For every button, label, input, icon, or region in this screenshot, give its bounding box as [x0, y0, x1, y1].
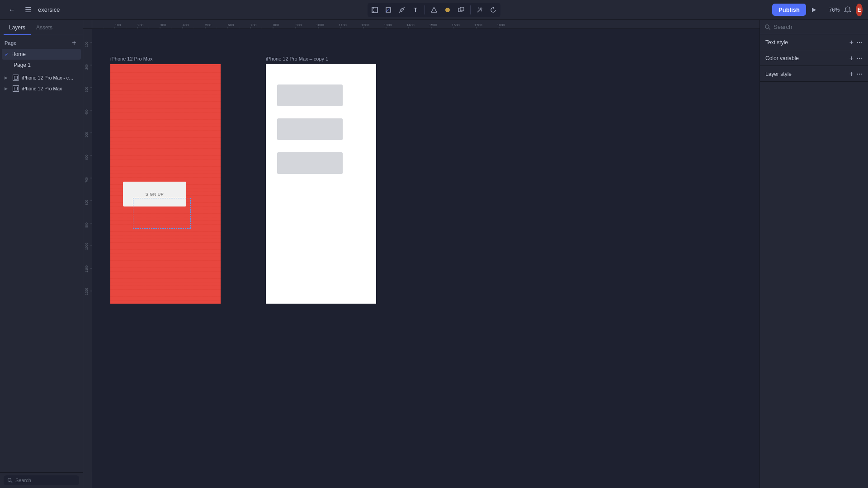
magic-tool-button[interactable]: [473, 4, 486, 16]
frames-container: iPhone 12 Pro Max SIGN UP iPhone 12 Pro …: [110, 47, 760, 304]
fill-icon: [431, 7, 437, 13]
svg-text:500: 500: [205, 23, 212, 27]
circle-icon: [444, 7, 451, 13]
tab-layers[interactable]: Layers: [4, 20, 31, 35]
hamburger-icon: ☰: [25, 5, 31, 14]
svg-rect-3: [373, 11, 374, 13]
toolbar-group: T: [368, 3, 500, 17]
search-input-right[interactable]: [774, 23, 863, 30]
text-style-more-icon[interactable]: [856, 39, 863, 46]
svg-point-94: [857, 58, 858, 59]
svg-text:1800: 1800: [497, 23, 505, 27]
toolbar-separator-2: [470, 5, 471, 14]
color-variable-more-icon[interactable]: [856, 55, 863, 61]
ruler-horizontal: 100 200 300 400 500 600 700 800 900 1000…: [92, 20, 760, 29]
layer-iphone-label: iPhone 12 Pro Max: [22, 86, 62, 91]
signup-text: SIGN UP: [146, 192, 164, 197]
svg-rect-19: [92, 20, 760, 29]
svg-text:1600: 1600: [452, 23, 460, 27]
back-icon: ←: [9, 6, 15, 14]
topbar-left: ← ☰ exersice: [5, 4, 96, 16]
svg-text:1100: 1100: [339, 23, 347, 27]
svg-text:1000: 1000: [316, 23, 324, 27]
svg-rect-11: [460, 7, 464, 11]
svg-text:500: 500: [85, 132, 88, 137]
frame-tool-button[interactable]: [368, 4, 381, 16]
right-section-layer-style[interactable]: Layer style +: [760, 66, 868, 82]
svg-text:600: 600: [85, 155, 88, 160]
page-item-page1[interactable]: Page 1: [2, 60, 81, 70]
layer-style-more-icon[interactable]: [856, 71, 863, 77]
svg-text:300: 300: [85, 87, 88, 92]
page-item-home[interactable]: ✓ Home: [2, 49, 81, 60]
layer-frame-icon: [13, 75, 19, 81]
file-name: exersice: [38, 6, 60, 13]
frame-label-red: iPhone 12 Pro Max: [110, 56, 221, 61]
right-section-color-variable[interactable]: Color variable +: [760, 50, 868, 66]
svg-point-9: [445, 8, 450, 12]
svg-text:400: 400: [85, 109, 88, 115]
pen-tool-button[interactable]: [396, 4, 408, 16]
frame-red[interactable]: SIGN UP: [110, 64, 221, 304]
svg-text:900: 900: [296, 23, 302, 27]
fill-tool-button[interactable]: [428, 4, 440, 16]
group-icon: [458, 7, 464, 13]
group-tool-button[interactable]: [455, 4, 467, 16]
color-variable-add-icon[interactable]: +: [849, 55, 854, 62]
search-input-left[interactable]: Search: [4, 475, 79, 485]
svg-text:1000: 1000: [85, 243, 88, 250]
svg-text:100: 100: [115, 23, 121, 27]
text-icon: T: [414, 6, 417, 13]
refresh-tool-button[interactable]: [487, 4, 500, 16]
canvas-inner: iPhone 12 Pro Max SIGN UP iPhone 12 Pro …: [92, 29, 760, 488]
topbar-center: T: [99, 3, 769, 17]
zoom-level: 76%: [821, 7, 840, 13]
svg-marker-8: [431, 7, 437, 12]
svg-text:600: 600: [228, 23, 234, 27]
layer-item-iphone[interactable]: ▶ iPhone 12 Pro Max: [2, 83, 81, 94]
placeholder-rect-2: [277, 118, 343, 140]
svg-point-97: [857, 74, 858, 75]
circle-tool-button[interactable]: [441, 4, 454, 16]
svg-text:700: 700: [250, 23, 257, 27]
svg-marker-14: [812, 8, 816, 12]
page-section-label: Page: [5, 40, 16, 46]
signup-card[interactable]: SIGN UP: [123, 182, 186, 206]
search-icon-left: [7, 478, 13, 483]
frame-label-white: iPhone 12 Pro Max – copy 1: [266, 56, 376, 61]
layer-style-add-icon[interactable]: +: [849, 70, 854, 78]
svg-rect-1: [373, 7, 374, 9]
notification-button[interactable]: [844, 4, 851, 16]
tab-assets[interactable]: Assets: [31, 20, 58, 35]
back-button[interactable]: ←: [5, 4, 18, 16]
canvas-content[interactable]: iPhone 12 Pro Max SIGN UP iPhone 12 Pro …: [92, 29, 760, 488]
svg-text:1300: 1300: [384, 23, 392, 27]
text-tool-button[interactable]: T: [409, 4, 422, 16]
right-section-text-style[interactable]: Text style +: [760, 34, 868, 50]
user-avatar[interactable]: E: [856, 4, 863, 16]
frame-wrapper-red: iPhone 12 Pro Max SIGN UP: [110, 56, 221, 304]
frame-white[interactable]: [266, 64, 376, 304]
right-panel: Text style + Color variable +: [760, 20, 868, 488]
text-style-add-icon[interactable]: +: [849, 39, 854, 46]
svg-text:400: 400: [183, 23, 189, 27]
canvas-area: 100 200 300 400 500 600 700 800 900 1000…: [83, 20, 760, 488]
play-icon: [811, 7, 816, 13]
magic-icon: [476, 7, 483, 13]
layer-item-iphone-copy[interactable]: ▶ iPhone 12 Pro Max - copy 1: [2, 72, 81, 83]
text-style-label: Text style: [765, 39, 788, 46]
add-page-button[interactable]: +: [70, 39, 78, 47]
play-button[interactable]: [811, 4, 817, 16]
publish-button[interactable]: Publish: [772, 4, 806, 16]
svg-text:1500: 1500: [429, 23, 437, 27]
hamburger-button[interactable]: ☰: [22, 4, 34, 16]
svg-point-17: [8, 479, 11, 482]
svg-text:1700: 1700: [474, 23, 482, 27]
bell-icon: [844, 6, 851, 14]
text-style-actions: +: [849, 39, 863, 46]
color-variable-actions: +: [849, 55, 863, 62]
shape-tool-button[interactable]: [382, 4, 395, 16]
search-label-left: Search: [15, 478, 31, 483]
check-icon: ✓: [5, 52, 9, 57]
layer-style-label: Layer style: [765, 71, 792, 77]
